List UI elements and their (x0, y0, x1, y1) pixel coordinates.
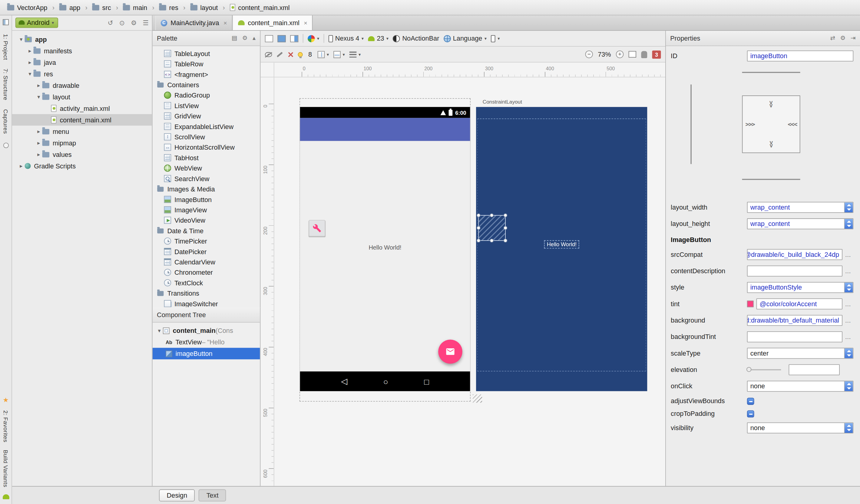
top-margin-line[interactable] (742, 72, 800, 73)
expand-arrow[interactable]: ▸ (26, 48, 33, 54)
expand-arrow[interactable]: ▸ (35, 128, 42, 134)
more-button[interactable]: … (843, 317, 853, 324)
design-canvas[interactable]: 0100200300400500 0100200300400500600 6:0… (260, 62, 665, 486)
breadcrumb-app[interactable]: app (58, 2, 82, 12)
breadcrumb-res[interactable]: res (158, 2, 180, 12)
orientation-selector[interactable]: ▾ (491, 35, 500, 42)
color-swatch[interactable] (747, 301, 754, 307)
breadcrumb-layout[interactable]: layout (189, 2, 219, 12)
fab-email-button[interactable] (438, 340, 462, 364)
selection-handle[interactable] (477, 239, 481, 243)
project-item-java[interactable]: ▸java (12, 57, 152, 68)
palette-group-transitions[interactable]: Transitions (153, 288, 260, 298)
switch-view-icon[interactable]: ⇄ (830, 34, 835, 42)
palette-item-imagebutton[interactable]: ImageButton (153, 194, 260, 204)
tool-button-build-variants[interactable]: Build Variants (2, 450, 9, 487)
autoconnect-icon[interactable] (277, 52, 283, 57)
palette-item-calendarview[interactable]: CalendarView (153, 257, 260, 267)
palette-item-tablelayout[interactable]: TableLayout (153, 48, 260, 58)
expand-arrow[interactable]: ▾ (26, 71, 33, 77)
value-field[interactable]: @android:drawable/btn_default_material (747, 315, 843, 326)
list-view-icon[interactable]: ▤ (232, 34, 238, 42)
checkbox-croptopadding[interactable] (747, 410, 754, 417)
theme-selector[interactable]: ▾ (308, 35, 319, 42)
project-item-activity-main-xml[interactable]: activity_main.xml (12, 103, 152, 114)
selection-handle[interactable] (477, 214, 481, 217)
recents-icon[interactable]: □ (424, 376, 429, 386)
project-item-content-main-xml[interactable]: content_main.xml (12, 114, 152, 126)
palette-item-horizontalscrollview[interactable]: HorizontalScrollView (153, 142, 260, 152)
dropdown-style[interactable]: imageButtonStyle (747, 282, 853, 293)
expand-arrow[interactable]: ▸ (17, 163, 25, 169)
palette-item-imageswitcher[interactable]: ImageSwitcher (153, 298, 260, 307)
palette-group-date-time[interactable]: Date & Time (153, 225, 260, 236)
value-field[interactable] (789, 364, 840, 375)
clear-constraints-icon[interactable] (287, 51, 293, 57)
zoom-to-fit-icon[interactable] (629, 51, 636, 58)
value-field[interactable]: @color/colorAccent (757, 298, 843, 309)
pack-menu[interactable]: ▾ (333, 51, 345, 58)
project-item-layout[interactable]: ▾layout (12, 91, 152, 103)
constraint-widget-box[interactable]: >> >>> <<< << (742, 96, 800, 153)
project-item-mipmap[interactable]: ▸mipmap (12, 137, 152, 149)
default-margin-selector[interactable]: 8 (307, 51, 313, 58)
guidelines-menu[interactable]: ▾ (317, 51, 329, 58)
palette-item-radiogroup[interactable]: RadioGroup (153, 90, 260, 100)
component-content-main[interactable]: ▾content_main (Cons (153, 325, 260, 336)
home-icon[interactable]: ○ (383, 376, 388, 386)
project-item-res[interactable]: ▾res (12, 68, 152, 80)
palette-item-searchview[interactable]: SearchView (153, 173, 260, 184)
palette-item-textclock[interactable]: TextClock (153, 277, 260, 288)
menu-icon[interactable]: ☰ (143, 19, 148, 26)
slider-thumb[interactable] (746, 367, 751, 372)
tool-button-captures[interactable]: Captures (2, 109, 9, 134)
palette-item-chronometer[interactable]: Chronometer (153, 267, 260, 277)
close-tab-icon[interactable]: × (304, 19, 307, 26)
both-modes-icon[interactable] (290, 35, 298, 42)
value-field[interactable] (747, 265, 843, 276)
more-button[interactable]: … (843, 333, 853, 340)
elevation-slider[interactable] (747, 369, 781, 371)
textview-hello-world[interactable]: Hello World! (369, 244, 401, 251)
bottom-margin-line[interactable] (742, 179, 800, 180)
palette-item-gridview[interactable]: GridView (153, 111, 260, 121)
tab-text[interactable]: Text (199, 489, 226, 502)
selection-handle[interactable] (504, 214, 507, 217)
pan-icon[interactable] (641, 51, 647, 58)
app-theme-selector[interactable]: NoActionBar (393, 34, 440, 42)
locale-selector[interactable]: Language ▾ (444, 34, 487, 42)
expand-arrow[interactable]: ▸ (35, 140, 42, 146)
checkbox-adjustviewbounds[interactable] (747, 398, 754, 405)
more-button[interactable]: … (843, 301, 853, 307)
api-level-selector[interactable]: 23 ▾ (368, 34, 388, 42)
tool-button-2-favorites[interactable]: 2: Favorites (2, 411, 9, 443)
design-preview[interactable]: 6:00 Hello World! ◁ ○ □ (300, 107, 471, 391)
expand-arrow[interactable]: ▸ (35, 82, 42, 88)
hide-panel-icon[interactable]: ⇥ (850, 34, 856, 42)
project-item-menu[interactable]: ▸menu (12, 126, 152, 137)
value-field[interactable]: @drawable/ic_build_black_24dp (747, 249, 843, 260)
breadcrumb-vectorapp[interactable]: VectorApp (5, 2, 49, 12)
tool-button-7-structure[interactable]: 7: Structure (2, 69, 9, 101)
breadcrumb-main[interactable]: main (121, 2, 149, 12)
component-imagebutton[interactable]: imageButton (153, 348, 260, 359)
dropdown-onclick[interactable]: none (747, 381, 853, 392)
gear-icon[interactable]: ⚙ (242, 34, 248, 42)
value-field[interactable] (747, 331, 843, 342)
gear-icon[interactable]: ⚙ (131, 19, 137, 26)
palette-item-scrollview[interactable]: ScrollView (153, 132, 260, 142)
palette-item-timepicker[interactable]: TimePicker (153, 236, 260, 246)
close-tab-icon[interactable]: × (224, 19, 227, 26)
show-constraints-icon[interactable] (265, 52, 272, 57)
dropdown-scaletype[interactable]: center (747, 348, 853, 359)
breadcrumb-content-main-xml[interactable]: content_main.xml (228, 2, 291, 12)
palette-item-datepicker[interactable]: DatePicker (153, 246, 260, 257)
history-icon[interactable]: ↺ (108, 19, 113, 26)
zoom-out-button[interactable]: − (585, 51, 593, 58)
selection-handle[interactable] (504, 239, 507, 243)
layout-width-dropdown[interactable]: wrap_content (747, 202, 853, 213)
palette-item-webview[interactable]: WebView (153, 163, 260, 173)
selection-handle[interactable] (477, 226, 481, 230)
device-selector[interactable]: Nexus 4 ▾ (329, 34, 364, 42)
layout-height-dropdown[interactable]: wrap_content (747, 218, 853, 229)
